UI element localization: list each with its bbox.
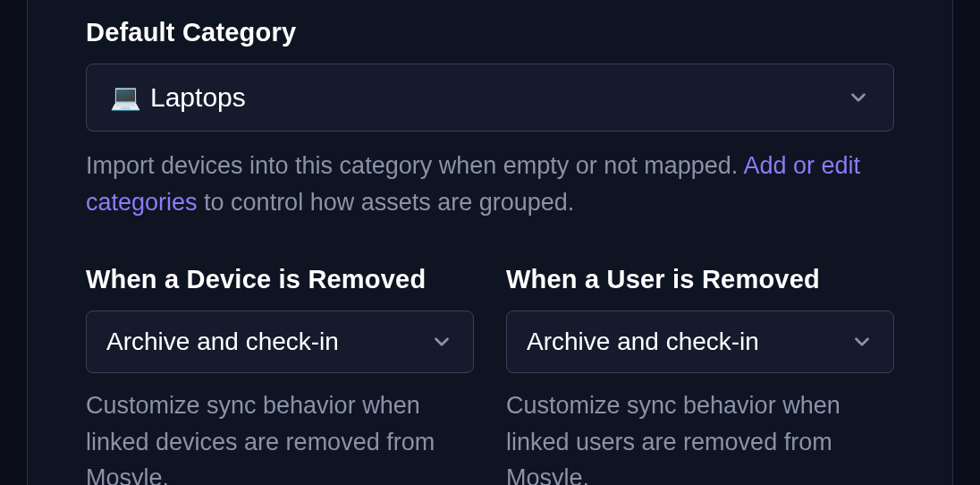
device-removed-select[interactable]: Archive and check-in xyxy=(86,311,474,373)
user-removed-field: When a User is Removed Archive and check… xyxy=(506,265,894,485)
chevron-down-icon xyxy=(430,330,453,353)
settings-panel: Default Category 💻 Laptops Import device… xyxy=(27,0,953,485)
laptop-icon: 💻 xyxy=(110,85,141,110)
helper-text-post: to control how assets are grouped. xyxy=(198,189,575,216)
default-category-value-container: 💻 Laptops xyxy=(110,82,246,113)
default-category-field: Default Category 💻 Laptops Import device… xyxy=(86,18,894,220)
device-removed-value: Archive and check-in xyxy=(106,328,339,356)
chevron-down-icon xyxy=(850,330,874,353)
user-removed-label: When a User is Removed xyxy=(506,265,894,294)
helper-text-pre: Import devices into this category when e… xyxy=(86,152,743,179)
user-removed-select[interactable]: Archive and check-in xyxy=(506,311,894,373)
user-removed-value: Archive and check-in xyxy=(527,328,759,356)
device-removed-helper: Customize sync behavior when linked devi… xyxy=(86,387,474,485)
removal-settings-row: When a Device is Removed Archive and che… xyxy=(86,265,894,485)
default-category-select[interactable]: 💻 Laptops xyxy=(86,64,894,132)
default-category-value: Laptops xyxy=(150,82,246,113)
default-category-label: Default Category xyxy=(86,18,894,47)
default-category-helper: Import devices into this category when e… xyxy=(86,148,894,220)
device-removed-label: When a Device is Removed xyxy=(86,265,474,294)
device-removed-field: When a Device is Removed Archive and che… xyxy=(86,265,474,485)
chevron-down-icon xyxy=(847,86,870,109)
user-removed-helper: Customize sync behavior when linked user… xyxy=(506,387,894,485)
